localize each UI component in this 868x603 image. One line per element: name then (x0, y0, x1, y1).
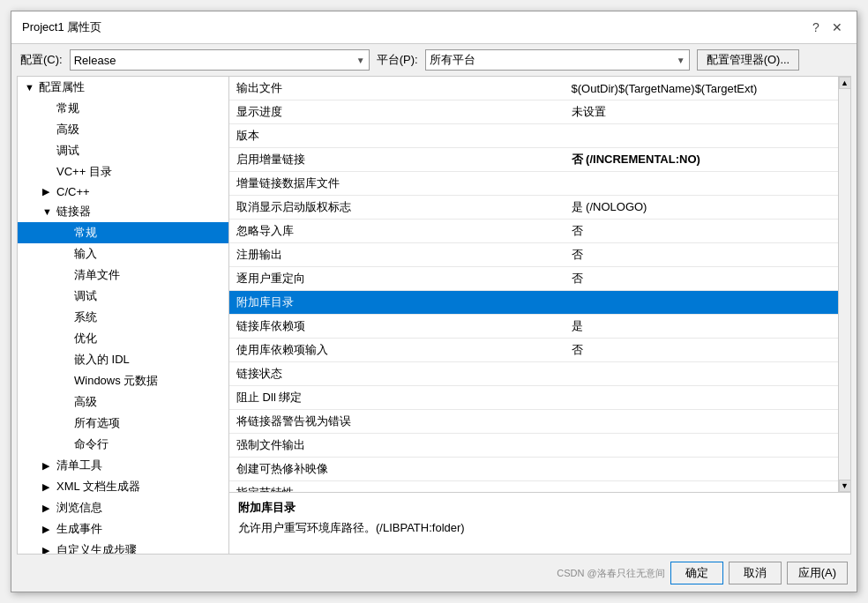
table-row[interactable]: 链接库依赖项是 (229, 315, 838, 339)
table-row[interactable]: 附加库目录 (229, 291, 838, 315)
tree-item-custom-build[interactable]: ▶自定义生成步骤 (18, 540, 228, 554)
tree-item-label: 命令行 (74, 436, 108, 452)
tree-item-linker-idl[interactable]: 嵌入的 IDL (18, 349, 228, 370)
tree-expand-icon: ▶ (42, 460, 53, 472)
props-panel-inner: 输出文件$(OutDir)$(TargetName)$(TargetExt)显示… (229, 77, 850, 492)
prop-name: 将链接器警告视为错误 (229, 410, 565, 434)
table-row[interactable]: 将链接器警告视为错误 (229, 410, 838, 434)
platform-dropdown[interactable]: 所有平台 ▼ (425, 49, 690, 71)
tree-item-debug[interactable]: 调试 (18, 140, 228, 161)
tree-item-general[interactable]: 常规 (18, 98, 228, 119)
tree-expand-icon: ▶ (42, 481, 53, 493)
table-row[interactable]: 创建可热修补映像 (229, 458, 838, 481)
scroll-down-arrow[interactable]: ▼ (839, 480, 851, 492)
tree-item-label: 常规 (56, 100, 79, 116)
table-row[interactable]: 使用库依赖项输入否 (229, 339, 838, 362)
prop-value (565, 362, 839, 386)
prop-value (565, 434, 839, 458)
tree-item-label: XML 文档生成器 (56, 479, 140, 495)
props-table[interactable]: 输出文件$(OutDir)$(TargetName)$(TargetExt)显示… (229, 77, 838, 492)
table-row[interactable]: 阻止 Dll 绑定 (229, 386, 838, 410)
tree-item-config-props[interactable]: ▼配置属性 (18, 77, 228, 98)
ok-button[interactable]: 确定 (670, 562, 723, 584)
properties-dialog: Project1 属性页 ? ✕ 配置(C): Release ▼ 平台(P):… (11, 11, 857, 592)
table-row[interactable]: 注册输出否 (229, 243, 838, 267)
watermark: CSDN @洛春只往无意间 (557, 565, 664, 582)
tree-item-label: 高级 (74, 394, 97, 410)
config-row: 配置(C): Release ▼ 平台(P): 所有平台 ▼ 配置管理器(O).… (11, 44, 857, 76)
prop-value: 是 (/NOLOGO) (565, 196, 839, 220)
tree-item-browse-info[interactable]: ▶浏览信息 (18, 497, 228, 518)
tree-item-label: 系统 (74, 309, 97, 325)
tree-expand-icon: ▶ (42, 186, 53, 197)
tree-item-build-events[interactable]: ▶生成事件 (18, 518, 228, 540)
prop-name: 显示进度 (229, 100, 565, 124)
platform-value: 所有平台 (430, 52, 475, 68)
config-dropdown[interactable]: Release ▼ (70, 49, 370, 71)
tree-item-label: 自定义生成步骤 (56, 542, 137, 554)
prop-name: 增量链接数据库文件 (229, 172, 565, 196)
tree-expand-icon: ▶ (42, 545, 53, 555)
tree-item-linker-general[interactable]: 常规 (18, 222, 228, 243)
tree-item-label: 生成事件 (56, 521, 102, 537)
tree-item-label: 调试 (74, 288, 97, 304)
prop-value: 是 (565, 315, 839, 339)
tree-panel[interactable]: ▼配置属性常规高级调试VC++ 目录▶C/C++▼链接器常规输入清单文件调试系统… (18, 77, 229, 554)
tree-item-linker-winmeta[interactable]: Windows 元数据 (18, 370, 228, 391)
table-row[interactable]: 启用增量链接否 (/INCREMENTAL:NO) (229, 148, 838, 172)
tree-item-linker-debug[interactable]: 调试 (18, 286, 228, 307)
tree-item-label: 配置属性 (39, 79, 85, 95)
tree-item-linker-opt[interactable]: 优化 (18, 328, 228, 349)
table-row[interactable]: 忽略导入库否 (229, 220, 838, 243)
platform-label: 平台(P): (377, 52, 418, 68)
scroll-up-arrow[interactable]: ▲ (839, 77, 851, 89)
tree-item-linker-system[interactable]: 系统 (18, 307, 228, 328)
tree-item-linker-manifest[interactable]: 清单文件 (18, 264, 228, 286)
tree-item-label: 浏览信息 (56, 500, 102, 516)
prop-value (565, 172, 839, 196)
tree-item-linker-input[interactable]: 输入 (18, 243, 228, 264)
prop-name: 强制文件输出 (229, 434, 565, 458)
table-row[interactable]: 链接状态 (229, 362, 838, 386)
prop-name: 取消显示启动版权标志 (229, 196, 565, 220)
tree-item-label: VC++ 目录 (56, 164, 112, 180)
table-row[interactable]: 版本 (229, 124, 838, 148)
table-row[interactable]: 显示进度未设置 (229, 100, 838, 124)
tree-item-label: 嵌入的 IDL (74, 352, 130, 368)
tree-item-vcpp[interactable]: VC++ 目录 (18, 161, 228, 182)
tree-item-linker-allopts[interactable]: 所有选项 (18, 413, 228, 434)
config-label: 配置(C): (20, 52, 63, 68)
tree-item-label: 输入 (74, 246, 97, 262)
prop-name: 启用增量链接 (229, 148, 565, 172)
prop-name: 创建可热修补映像 (229, 458, 565, 481)
table-row[interactable]: 增量链接数据库文件 (229, 172, 838, 196)
tree-item-label: 清单工具 (56, 458, 102, 473)
table-row[interactable]: 输出文件$(OutDir)$(TargetName)$(TargetExt) (229, 77, 838, 100)
table-row[interactable]: 取消显示启动版权标志是 (/NOLOGO) (229, 196, 838, 220)
cancel-button[interactable]: 取消 (729, 562, 782, 584)
table-row[interactable]: 逐用户重定向否 (229, 267, 838, 291)
tree-item-label: 清单文件 (74, 267, 120, 283)
close-button[interactable]: ✕ (828, 19, 846, 36)
bottom-bar: CSDN @洛春只往无意间 确定 取消 应用(A) (11, 555, 857, 592)
tree-expand-icon: ▶ (42, 502, 53, 514)
tree-item-cpp[interactable]: ▶C/C++ (18, 182, 228, 201)
tree-item-xml-gen[interactable]: ▶XML 文档生成器 (18, 476, 228, 497)
dialog-title: Project1 属性页 (22, 19, 101, 35)
table-row[interactable]: 强制文件输出 (229, 434, 838, 458)
prop-value (565, 458, 839, 481)
tree-item-linker[interactable]: ▼链接器 (18, 201, 228, 222)
prop-name: 版本 (229, 124, 565, 148)
scrollbar-right[interactable]: ▲ ▼ (838, 77, 850, 492)
apply-button[interactable]: 应用(A) (787, 562, 848, 584)
table-row[interactable]: 指定节特性 (229, 481, 838, 493)
config-manager-button[interactable]: 配置管理器(O)... (697, 49, 800, 71)
tree-item-advanced[interactable]: 高级 (18, 119, 228, 140)
prop-value: 否 (565, 243, 839, 267)
tree-item-linker-advanced[interactable]: 高级 (18, 391, 228, 413)
tree-item-manifest-tool[interactable]: ▶清单工具 (18, 455, 228, 476)
help-button[interactable]: ? (807, 19, 825, 36)
tree-item-linker-cmdline[interactable]: 命令行 (18, 434, 228, 455)
tree-item-label: 优化 (74, 331, 97, 346)
tree-item-label: Windows 元数据 (74, 373, 158, 389)
